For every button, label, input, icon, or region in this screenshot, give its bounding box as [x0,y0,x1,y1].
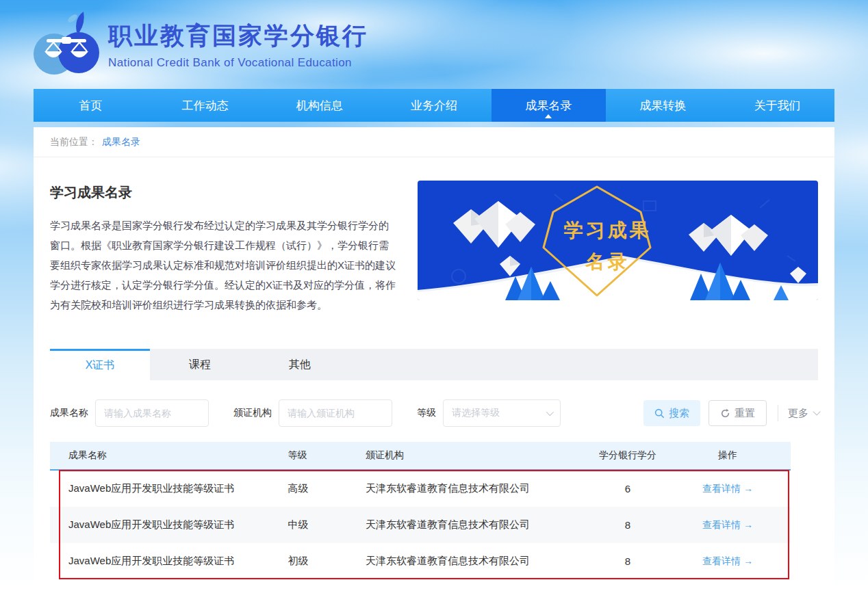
category-tabs: X证书 课程 其他 [50,349,818,380]
org-filter-input[interactable] [279,399,392,427]
cell-credits: 8 [591,519,665,531]
nav-item-home[interactable]: 首页 [34,89,148,122]
filter-actions: 搜索 重置 更多 [643,400,818,426]
reset-button-label: 重置 [735,407,755,420]
promo-banner-image: 学习成果 名录 [418,181,818,300]
filter-group-org: 颁证机构 [233,399,392,427]
page-title: 学习成果名录 [50,183,397,202]
name-filter-label: 成果名称 [50,407,88,419]
intro-section: 学习成果名录 学习成果名录是国家学分银行发布经过认定的学习成果及其学分银行学分的… [50,181,818,315]
main-container: 当前位置： 成果名录 学习成果名录 学习成果名录是国家学分银行发布经过认定的学习… [34,127,834,593]
name-filter-input[interactable] [95,399,209,427]
table-body: JavaWeb应用开发职业技能等级证书 高级 天津东软睿道教育信息技术有限公司 … [50,471,791,579]
table-row: JavaWeb应用开发职业技能等级证书 中级 天津东软睿道教育信息技术有限公司 … [50,507,791,543]
filter-group-name: 成果名称 [50,399,209,427]
more-button[interactable]: 更多 [788,407,818,420]
filter-bar: 成果名称 颁证机构 等级 请选择等级 [50,399,818,427]
nav-item-news[interactable]: 工作动态 [148,89,262,122]
divider [778,405,778,421]
chevron-down-icon [546,408,554,416]
col-header-action: 操作 [665,449,791,462]
tab-others[interactable]: 其他 [250,349,350,380]
breadcrumb-current-link[interactable]: 成果名录 [102,136,140,148]
search-icon [654,408,665,419]
level-select-placeholder: 请选择等级 [452,407,500,419]
breadcrumb-prefix: 当前位置： [50,136,98,148]
view-details-link[interactable]: 查看详情 → [702,483,753,494]
site-header: 职业教育国家学分银行 National Credit Bank of Vocat… [0,0,868,89]
cell-org: 天津东软睿道教育信息技术有限公司 [357,482,591,495]
cell-org: 天津东软睿道教育信息技术有限公司 [357,555,591,568]
cell-level: 中级 [279,518,357,531]
nav-item-institutions[interactable]: 机构信息 [262,89,376,122]
cell-level: 初级 [279,555,357,568]
cell-name: JavaWeb应用开发职业技能等级证书 [50,555,279,568]
tab-x-certificate[interactable]: X证书 [50,349,150,380]
main-nav: 首页 工作动态 机构信息 业务介绍 成果名录 成果转换 关于我们 [34,89,834,122]
nav-item-services[interactable]: 业务介绍 [376,89,491,122]
col-header-level: 等级 [279,449,357,462]
search-button[interactable]: 搜索 [643,400,700,426]
cell-level: 高级 [279,482,357,495]
cell-name: JavaWeb应用开发职业技能等级证书 [50,482,279,495]
reset-button[interactable]: 重置 [709,400,767,426]
search-button-label: 搜索 [669,407,689,420]
page: 职业教育国家学分银行 National Credit Bank of Vocat… [0,0,868,593]
level-filter-label: 等级 [417,407,436,419]
view-details-link[interactable]: 查看详情 → [702,519,753,530]
col-header-name: 成果名称 [50,449,279,462]
level-select[interactable]: 请选择等级 [443,399,561,427]
table-row: JavaWeb应用开发职业技能等级证书 高级 天津东软睿道教育信息技术有限公司 … [50,471,791,507]
table-row: JavaWeb应用开发职业技能等级证书 初级 天津东软睿道教育信息技术有限公司 … [50,543,791,579]
col-header-org: 颁证机构 [357,449,591,462]
cell-name: JavaWeb应用开发职业技能等级证书 [50,518,279,531]
chevron-down-icon [813,408,820,415]
reset-icon [720,408,730,419]
credit-bank-logo-icon [33,9,101,80]
cell-credits: 8 [591,555,665,567]
view-details-link[interactable]: 查看详情 → [702,555,753,566]
more-button-label: 更多 [788,407,808,420]
logo-text: 职业教育国家学分银行 National Credit Bank of Vocat… [108,20,368,70]
breadcrumb: 当前位置： 成果名录 [34,127,834,157]
tab-courses[interactable]: 课程 [150,349,250,380]
nav-item-label: 成果名录 [525,98,572,114]
cell-org: 天津东软睿道教育信息技术有限公司 [357,518,591,531]
cell-credits: 6 [591,483,665,495]
org-filter-label: 颁证机构 [233,407,272,419]
nav-item-achievement-conversion[interactable]: 成果转换 [606,89,720,122]
nav-item-achievement-list[interactable]: 成果名录 [492,89,606,122]
site-subtitle: National Credit Bank of Vocational Educa… [108,56,368,70]
table-header-row: 成果名称 等级 颁证机构 学分银行学分 操作 [50,442,791,471]
active-nav-caret-icon [545,114,552,118]
content: 学习成果名录 学习成果名录是国家学分银行发布经过认定的学习成果及其学分银行学分的… [34,181,834,579]
nav-item-about-us[interactable]: 关于我们 [720,89,834,122]
filter-group-level: 等级 请选择等级 [417,399,561,427]
results-table: 成果名称 等级 颁证机构 学分银行学分 操作 JavaWeb应用开发职业技能等级… [50,442,791,579]
intro-text-block: 学习成果名录 学习成果名录是国家学分银行发布经过认定的学习成果及其学分银行学分的… [50,181,418,315]
site-title: 职业教育国家学分银行 [108,20,368,52]
intro-description: 学习成果名录是国家学分银行发布经过认定的学习成果及其学分银行学分的窗口。根据《职… [50,215,397,315]
col-header-credits: 学分银行学分 [591,449,665,462]
